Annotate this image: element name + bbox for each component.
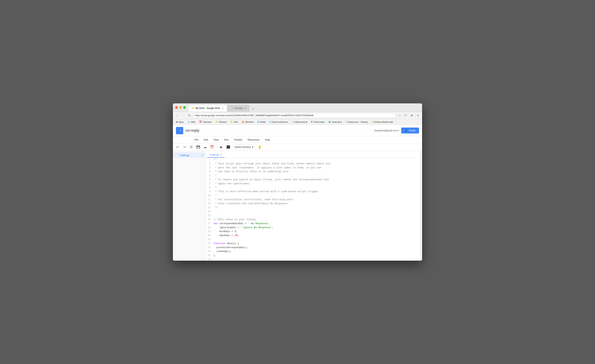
run-button[interactable]: ▶ [218, 144, 225, 150]
bookmark-gettingstarted-label: Getting Started with [374, 121, 393, 123]
line-content: maxDays = 20; [213, 234, 420, 238]
code-editor[interactable]: 1 /* 2 * This script goes through your G… [205, 158, 420, 261]
editor-tab-label: Code.gs [210, 153, 219, 156]
meshfire-icon: 🔥 [241, 121, 244, 123]
refresh-button[interactable]: ↻ [187, 113, 192, 118]
shield-icon[interactable]: 🛡 [403, 113, 408, 118]
menu-help[interactable]: Help [263, 137, 272, 142]
line-number: 13 [205, 206, 213, 210]
line-content: /* [213, 158, 420, 162]
bookmark-snapbird[interactable]: 🐦 Snap Bird [327, 120, 343, 124]
save-button[interactable]: 💾 [195, 144, 201, 150]
line-number: 17 [205, 222, 213, 226]
share-button[interactable]: 👤 Share [401, 128, 419, 134]
minimize-button[interactable] [179, 106, 182, 109]
calendar-icon: 📅 [199, 121, 202, 123]
bookmark-followerwonk[interactable]: » Followerwonk [290, 120, 309, 124]
menu-resources[interactable]: Resources [245, 137, 262, 142]
share-label: Share [409, 129, 416, 132]
triggers-button[interactable]: ⏰ [209, 144, 215, 150]
share-icon: 👤 [405, 129, 408, 132]
bookmark-meshfire[interactable]: 🔥 Meshfire [240, 120, 255, 124]
line-number: 7 [205, 182, 213, 186]
line-content: * were the last respondent. It applies a… [213, 166, 420, 170]
drive-button[interactable]: ☁ [202, 144, 208, 150]
toolbar-row: ↩ ↪ ☰ 💾 ☁ ⏰ ▶ ⬛ Select function ▾ 💡 [173, 143, 422, 151]
code-line: 12 * http://jonathan-kim.com/2013/Gmail-… [205, 202, 420, 206]
back-button[interactable]: ‹ [174, 113, 180, 118]
line-content [213, 238, 420, 242]
code-line: 25 } [205, 254, 420, 257]
code-line: 16 // Edit these to your liking. [205, 218, 420, 222]
tab-close-drive[interactable]: ✕ [221, 107, 224, 109]
menu-file[interactable]: File [192, 137, 201, 142]
bookmark-snapbird-label: Snap Bird [332, 121, 342, 123]
menu-run[interactable]: Run [222, 137, 231, 142]
line-number: 5 [205, 174, 213, 178]
code-line: 6 * To remove and ignore an email thread… [205, 178, 420, 182]
bookmark-divshot[interactable]: 📁 Divshot [214, 120, 228, 124]
bookmark-uberconf[interactable]: U UberConference [268, 120, 290, 124]
apps-menu-button[interactable]: → [176, 127, 183, 134]
code-line: 10 * [205, 194, 420, 198]
tab-close-script[interactable]: ✕ [244, 107, 247, 109]
code-line: 26 [205, 257, 420, 261]
line-number: 21 [205, 238, 213, 242]
bookmark-mail[interactable]: 📧 Mail [186, 120, 197, 124]
tab-label-drive: My Drive - Google Drive [196, 107, 220, 109]
close-button[interactable] [175, 106, 178, 109]
line-number: 20 [205, 234, 213, 237]
list-button[interactable]: ☰ [188, 144, 194, 150]
line-number: 14 [205, 210, 213, 214]
line-number: 6 [205, 178, 213, 182]
tips-button[interactable]: 💡 [257, 144, 263, 150]
bookmark-gettingstarted[interactable]: ● Getting Started with [370, 120, 395, 124]
followerwonk-icon: » [292, 121, 293, 123]
app-logo-area: → no-reply [176, 127, 199, 134]
maximize-button[interactable] [183, 106, 186, 109]
scrollbar[interactable] [420, 151, 422, 261]
code-line: 7 * apply the ignoreLabel. [205, 182, 420, 186]
menu-edit[interactable]: Edit [201, 137, 210, 142]
line-number: 18 [205, 226, 213, 229]
debug-button[interactable]: ⬛ [225, 144, 231, 150]
file-chevron-code: ▾ [202, 154, 203, 156]
bookmark-calendar[interactable]: 📅 Calendar [198, 120, 213, 124]
bookmark-divshot-label: Divshot [219, 121, 226, 123]
bookmark-stride-label: Stride [260, 121, 265, 123]
redo-button[interactable]: ↪ [181, 144, 187, 150]
select-function-button[interactable]: Select function ▾ [232, 145, 256, 150]
file-item-code-gs[interactable]: 📄 Code.gs ▾ [173, 152, 205, 158]
menu-button[interactable]: ≡ [415, 113, 421, 118]
titlebar: 📁 My Drive - Google Drive ✕ 📋 no-reply ✕… [173, 103, 422, 112]
bookmark-apps-label: Apps [179, 121, 184, 123]
code-line: 13 */ [205, 206, 420, 210]
editor-tab-code-gs[interactable]: Code.gs ✕ [207, 152, 225, 158]
gettingstarted-icon: ● [372, 121, 373, 123]
code-line: 21 [205, 238, 420, 242]
bookmark-button[interactable]: ☆ [397, 113, 402, 118]
bookmark-stride[interactable]: S Stride [256, 120, 267, 124]
nav-bar: ‹ › ↻ https://script.google.com/macros/d… [173, 112, 422, 119]
editor-tab-bar: Code.gs ✕ [205, 151, 420, 158]
undo-button[interactable]: ↩ [174, 144, 181, 150]
bookmark-apps[interactable]: ⊞ Apps [174, 120, 185, 124]
bookmark-ads[interactable]: 📁 Ads [229, 120, 239, 124]
menu-view[interactable]: View [211, 137, 221, 142]
editor-tab-close[interactable]: ✕ [220, 153, 222, 156]
address-bar[interactable]: https://script.google.com/macros/d/1yT6e… [193, 113, 396, 118]
tab-my-drive[interactable]: 📁 My Drive - Google Drive ✕ [188, 105, 227, 112]
code-line: 17 var unrespondedLabel = '.No Response'… [205, 222, 420, 226]
bookmark-udacity[interactable]: U Classroom - Udacity [344, 120, 369, 124]
snapbird-icon: 🐦 [328, 121, 331, 123]
extensions-button[interactable]: ⚙ [409, 113, 414, 118]
tab-no-reply[interactable]: 📋 no-reply ✕ [227, 105, 250, 112]
divshot-icon: 📁 [215, 121, 218, 123]
line-number: 19 [205, 230, 213, 233]
forward-button[interactable]: › [181, 113, 186, 118]
code-line: 2 * This script goes through your Gmail … [205, 162, 420, 166]
bookmark-mail-label: Mail [191, 121, 195, 123]
menu-publish[interactable]: Publish [232, 137, 245, 142]
bookmark-fullcontact[interactable]: F FullContact [310, 120, 326, 124]
new-tab-button[interactable]: + [250, 106, 256, 112]
